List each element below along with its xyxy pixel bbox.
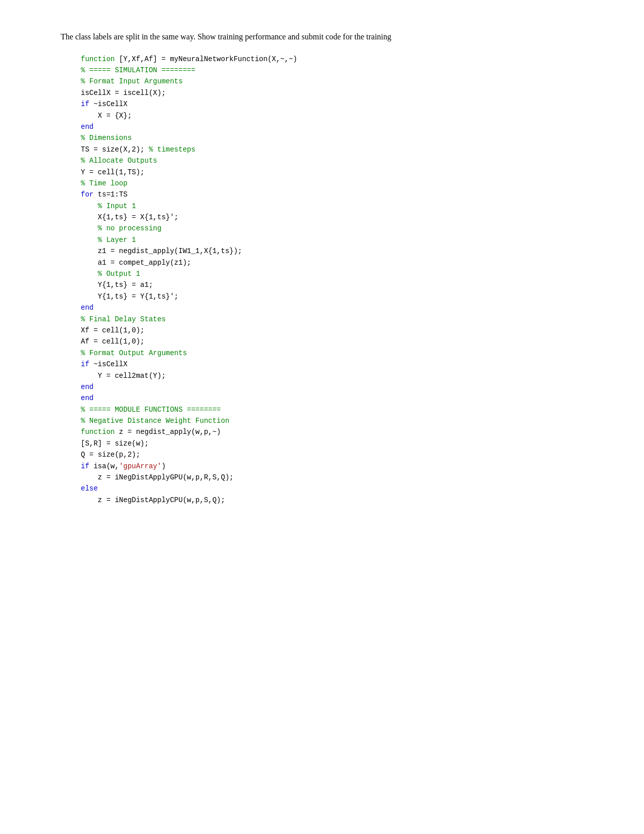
code-line: % Final Delay States — [81, 314, 604, 325]
code-line: Y = cell(1,TS); — [81, 167, 604, 178]
code-line: z1 = negdist_apply(IW1_1,X{1,ts}); — [81, 246, 604, 257]
code-token: z = iNegDistApplyGPU(w,p,R,S,Q); — [81, 473, 233, 481]
code-token: end — [81, 304, 93, 312]
code-token: ~isCellX — [89, 100, 128, 108]
code-token: % ===== MODULE FUNCTIONS ======== — [81, 406, 221, 414]
code-token: z = negdist_apply(w,p,~) — [115, 428, 221, 436]
code-line: X{1,ts} = X{1,ts}'; — [81, 212, 604, 223]
code-token: Af = cell(1,0); — [81, 337, 144, 346]
code-token: X{1,ts} = X{1,ts}'; — [81, 213, 178, 221]
code-line: Y{1,ts} = Y{1,ts}'; — [81, 291, 604, 302]
code-line: z = iNegDistApplyGPU(w,p,R,S,Q); — [81, 472, 604, 483]
code-line: end — [81, 302, 604, 313]
code-line: % no processing — [81, 223, 604, 234]
code-token: if — [81, 360, 89, 368]
code-line: for ts=1:TS — [81, 189, 604, 200]
code-token: function — [81, 55, 115, 63]
code-line: Y = cell2mat(Y); — [81, 370, 604, 381]
code-line: % Time loop — [81, 178, 604, 189]
code-token: ts=1:TS — [93, 190, 127, 199]
code-line: isCellX = iscell(X); — [81, 87, 604, 99]
code-token: [S,R] = size(w); — [81, 439, 148, 448]
code-token: % ===== SIMULATION ======== — [81, 66, 195, 74]
code-token: end — [81, 383, 93, 391]
code-token: z1 = negdist_apply(IW1_1,X{1,ts}); — [81, 247, 242, 255]
code-token: if — [81, 462, 89, 470]
code-token: % Final Delay States — [81, 315, 166, 323]
code-line: Xf = cell(1,0); — [81, 325, 604, 336]
code-token: z = iNegDistApplyCPU(w,p,S,Q); — [81, 496, 225, 504]
code-line: % Negative Distance Weight Function — [81, 415, 604, 426]
code-token: Y{1,ts} = Y{1,ts}'; — [81, 292, 178, 301]
code-token: % Allocate Outputs — [81, 157, 157, 165]
code-token: X = {X}; — [81, 112, 132, 120]
code-line: % Output 1 — [81, 268, 604, 279]
code-token: function — [81, 428, 115, 436]
code-token: isCellX = iscell(X); — [81, 89, 166, 97]
code-token: isa(w, — [89, 462, 119, 470]
code-line: % Allocate Outputs — [81, 155, 604, 166]
code-line: Y{1,ts} = a1; — [81, 279, 604, 290]
code-line: function z = negdist_apply(w,p,~) — [81, 426, 604, 437]
code-line: % ===== SIMULATION ======== — [81, 65, 604, 76]
code-token: end — [81, 394, 93, 402]
code-line: % Format Output Arguments — [81, 348, 604, 359]
code-token: % timesteps — [148, 145, 195, 154]
code-line: Af = cell(1,0); — [81, 336, 604, 347]
code-token: % Layer 1 — [81, 236, 136, 244]
code-block: function [Y,Xf,Af] = myNeuralNetworkFunc… — [81, 54, 604, 506]
code-line: % Layer 1 — [81, 234, 604, 246]
code-token: else — [81, 484, 98, 493]
code-token: for — [81, 190, 93, 199]
code-line: if isa(w,'gpuArray') — [81, 461, 604, 472]
code-line: else — [81, 483, 604, 494]
code-token: % Format Output Arguments — [81, 349, 187, 357]
code-token: Xf = cell(1,0); — [81, 326, 144, 334]
code-token: % Negative Distance Weight Function — [81, 417, 229, 425]
code-token: % Time loop — [81, 179, 127, 187]
code-token: % no processing — [81, 224, 162, 232]
code-token: 'gpuArray' — [119, 462, 162, 470]
code-token: ~isCellX — [89, 360, 128, 368]
code-token: a1 = compet_apply(z1); — [81, 259, 191, 267]
code-token: TS = size(X,2); — [81, 145, 148, 154]
code-line: X = {X}; — [81, 110, 604, 121]
code-line: [S,R] = size(w); — [81, 438, 604, 449]
intro-paragraph: The class labels are split in the same w… — [40, 30, 604, 43]
code-token: [Y,Xf,Af] = myNeuralNetworkFunction(X,~,… — [115, 55, 297, 63]
code-line: % ===== MODULE FUNCTIONS ======== — [81, 404, 604, 415]
code-line: Q = size(p,2); — [81, 449, 604, 460]
code-token: Q = size(p,2); — [81, 451, 140, 459]
code-token: Y = cell(1,TS); — [81, 168, 144, 176]
code-token: if — [81, 100, 89, 108]
code-token: % Output 1 — [81, 270, 140, 278]
code-line: % Format Input Arguments — [81, 76, 604, 87]
code-line: a1 = compet_apply(z1); — [81, 257, 604, 268]
code-token: Y = cell2mat(Y); — [81, 372, 166, 380]
code-line: % Dimensions — [81, 132, 604, 143]
code-token: Y{1,ts} = a1; — [81, 281, 153, 289]
code-token: % Input 1 — [81, 202, 136, 210]
code-token: ) — [162, 462, 166, 470]
code-line: end — [81, 393, 604, 404]
code-line: TS = size(X,2); % timesteps — [81, 144, 604, 155]
code-token: % Dimensions — [81, 134, 132, 142]
code-token: end — [81, 123, 93, 131]
code-token: % Format Input Arguments — [81, 77, 183, 85]
code-line: end — [81, 121, 604, 132]
code-line: z = iNegDistApplyCPU(w,p,S,Q); — [81, 495, 604, 506]
code-line: % Input 1 — [81, 201, 604, 212]
code-line: end — [81, 381, 604, 393]
code-line: if ~isCellX — [81, 99, 604, 110]
code-line: function [Y,Xf,Af] = myNeuralNetworkFunc… — [81, 54, 604, 65]
code-line: if ~isCellX — [81, 359, 604, 370]
